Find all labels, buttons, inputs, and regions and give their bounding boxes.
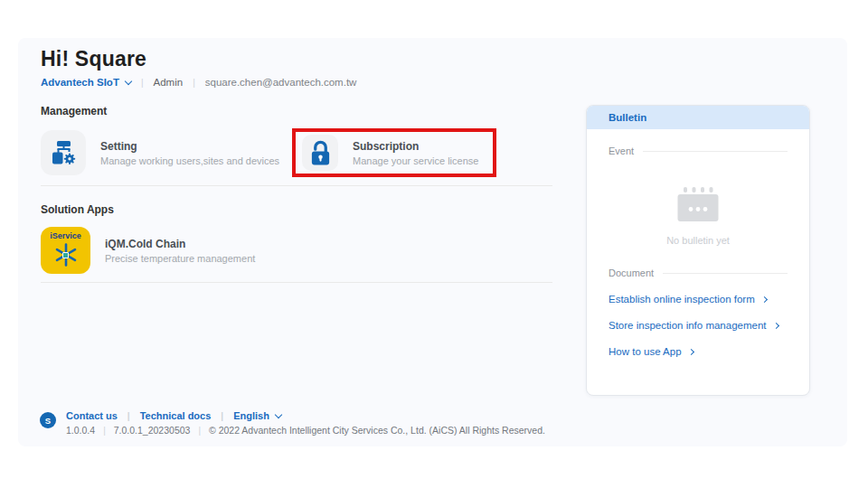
footer: S Contact us | Technical docs | English …: [40, 410, 545, 436]
subscription-card-highlighted[interactable]: Subscription Manage your service license: [292, 128, 496, 177]
separator: |: [198, 426, 201, 436]
subscription-card-title: Subscription: [353, 140, 478, 153]
main-column: Hi! Square Advantech SIoT | Admin | squa…: [41, 38, 572, 283]
doc-link-label: Store inspection info management: [609, 320, 767, 331]
subscription-card-text: Subscription Manage your service license: [353, 140, 478, 166]
bulletin-header: Bulletin: [587, 106, 809, 129]
iqm-cold-chain-card[interactable]: iService: [41, 227, 255, 274]
section-divider: [41, 185, 552, 186]
app-version: 1.0.0.4: [66, 425, 95, 436]
setting-card-text: Setting Manage working users,sites and d…: [100, 140, 279, 166]
no-bulletin-text: No bulletin yet: [666, 235, 730, 246]
separator: |: [141, 78, 144, 88]
doc-link-how-to-use-app[interactable]: How to use App: [609, 346, 788, 357]
page-title: Hi! Square: [41, 47, 572, 71]
copyright-text: © 2022 Advantech Intelligent City Servic…: [209, 425, 545, 436]
bulletin-body: Event: [587, 129, 809, 357]
document-divider-line: [663, 273, 788, 274]
iqm-card-title: iQM.Cold Chain: [105, 238, 255, 250]
setting-card-title: Setting: [100, 140, 279, 153]
separator: |: [221, 411, 223, 421]
separator: |: [193, 78, 195, 88]
account-breadcrumb: Advantech SIoT | Admin | square.chen@adv…: [41, 77, 572, 88]
iservice-app-icon: iService: [41, 227, 90, 274]
management-section-title: Management: [41, 105, 572, 117]
setting-icon: [41, 130, 86, 175]
solution-apps-row: iService: [41, 227, 572, 274]
doc-link-label: How to use App: [609, 346, 682, 357]
user-email: square.chen@advantech.com.tw: [205, 77, 357, 88]
tenant-label: Advantech SIoT: [41, 77, 119, 88]
iqm-card-text: iQM.Cold Chain Precise temperature manag…: [105, 238, 255, 264]
snowflake-icon: [53, 242, 79, 267]
technical-docs-link[interactable]: Technical docs: [140, 410, 212, 421]
snowflake-center: [62, 252, 69, 258]
document-section-title: Document: [609, 267, 654, 278]
dashboard-panel: Hi! Square Advantech SIoT | Admin | squa…: [18, 38, 847, 446]
document-links: Establish online inspection form Store i…: [609, 294, 788, 357]
footer-meta-row: 1.0.0.4 | 7.0.0.1_20230503 | © 2022 Adva…: [66, 425, 545, 436]
org-chart-gear-icon: [52, 141, 76, 165]
calendar-icon: [677, 187, 719, 222]
footer-text-block: Contact us | Technical docs | English 1.…: [66, 410, 545, 436]
iqm-card-description: Precise temperature management: [105, 253, 255, 264]
doc-link-label: Establish online inspection form: [609, 294, 755, 305]
chevron-right-icon: [761, 296, 768, 302]
document-section-header: Document: [609, 267, 788, 278]
event-section-header: Event: [609, 145, 788, 156]
unlock-icon: [309, 140, 332, 166]
iservice-badge-label: iService: [50, 231, 81, 240]
section-divider: [41, 282, 552, 283]
setting-card[interactable]: Setting Manage working users,sites and d…: [41, 130, 292, 175]
setting-card-description: Manage working users,sites and devices: [100, 155, 279, 166]
bulletin-title: Bulletin: [609, 112, 646, 123]
unlock-icon: [302, 135, 338, 171]
service-avatar-badge[interactable]: S: [40, 412, 56, 428]
app-root: Hi! Square Advantech SIoT | Admin | squa…: [0, 0, 868, 488]
separator: |: [103, 426, 106, 436]
language-selector[interactable]: English: [233, 410, 281, 421]
doc-link-inspection-info[interactable]: Store inspection info management: [609, 320, 788, 331]
build-version: 7.0.0.1_20230503: [114, 425, 191, 436]
subscription-card-description: Manage your service license: [353, 155, 478, 166]
footer-links-row: Contact us | Technical docs | English: [66, 410, 545, 421]
chevron-right-icon: [688, 348, 694, 354]
event-divider-line: [643, 151, 788, 152]
event-empty-state: No bulletin yet: [609, 187, 788, 246]
chevron-down-icon: [125, 77, 132, 84]
user-role: Admin: [154, 77, 184, 88]
separator: |: [127, 411, 130, 421]
management-cards-row: Setting Manage working users,sites and d…: [41, 128, 572, 177]
bulletin-panel: Bulletin Event: [586, 105, 810, 396]
tenant-selector[interactable]: Advantech SIoT: [41, 77, 131, 88]
solution-apps-section-title: Solution Apps: [41, 203, 572, 216]
language-label: English: [233, 410, 269, 421]
chevron-down-icon: [275, 410, 282, 418]
chevron-right-icon: [772, 322, 778, 328]
doc-link-inspection-form[interactable]: Establish online inspection form: [609, 294, 788, 305]
event-section-title: Event: [609, 145, 634, 156]
contact-us-link[interactable]: Contact us: [66, 410, 118, 421]
